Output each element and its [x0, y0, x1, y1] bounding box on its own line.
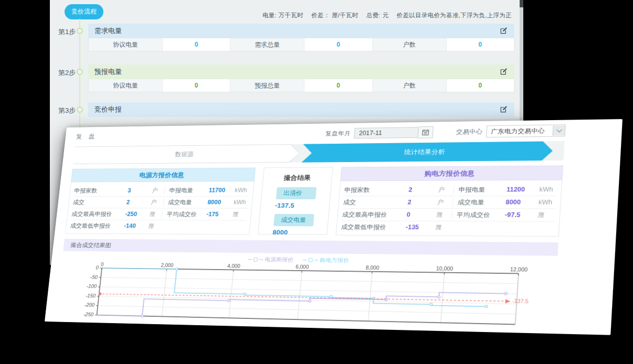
step-section-title: 竞价申报	[94, 105, 500, 114]
step-cell-label: 预报总量	[230, 79, 304, 92]
x-tick-label: 12,000	[510, 266, 528, 272]
x-tick-label: 0	[101, 262, 104, 267]
step-node-icon	[77, 69, 83, 75]
panel-row-label: 申报家数	[74, 187, 129, 195]
edit-icon[interactable]	[500, 105, 508, 114]
trade-center-select[interactable]: 广东电力交易中心	[486, 124, 566, 137]
panel-row-label: 成交电量	[452, 198, 506, 206]
match-chart: 电源商报价购电方报价 02,0004,0006,0008,00010,00012…	[55, 253, 557, 333]
panel-row-unit: 厘	[435, 223, 451, 231]
x-tick-label: 4,000	[227, 263, 240, 269]
grid-line-v	[298, 271, 302, 319]
panel-row-unit: 厘	[436, 210, 452, 219]
legend-line-icon	[248, 259, 252, 260]
y-tick-label: -150	[86, 293, 96, 299]
edit-icon[interactable]	[500, 27, 508, 35]
step-cell-label: 户数	[373, 79, 447, 92]
step-section-header: 需求电量	[88, 24, 514, 38]
units-note: 电量: 万千瓦时 价差： 厘/千瓦时 总费: 元 价差以目录电价为基准,下浮为负…	[262, 12, 512, 19]
panel-row-label: 成交	[343, 198, 408, 207]
x-axis-bottom	[97, 315, 515, 325]
step-section-title: 预报电量	[94, 67, 500, 77]
panel-row-unit: kWh	[234, 199, 248, 206]
panel-row-label: 成交电量	[163, 198, 208, 207]
replay-header: 复 盘 复盘年月 2017-11 交易中心 广东电力交易中心	[75, 123, 566, 144]
replay-title: 复 盘	[76, 133, 98, 141]
panel-row: 成交2户成交电量8000kWh	[343, 196, 556, 209]
panel-row-value: 11200	[507, 186, 540, 193]
x-tick-label: 6,000	[296, 264, 309, 270]
match-result-title: 撮合结果	[283, 174, 311, 183]
panel-row-value: 11700	[208, 187, 235, 194]
step-cell-label: 协议电量	[89, 38, 163, 51]
series-point-marker	[430, 303, 432, 306]
legend-item[interactable]: 购电方报价	[302, 256, 349, 264]
match-badge: 出清价	[276, 187, 316, 199]
grid-line-v	[441, 273, 445, 323]
grid-line-h	[99, 296, 516, 304]
replay-month-input[interactable]: 2017-11	[354, 127, 419, 138]
y-tick-label: -50	[90, 274, 98, 280]
step-cell-value: 0	[447, 38, 514, 51]
edit-icon[interactable]	[500, 68, 508, 76]
panel-row-value: -97.5	[504, 211, 538, 219]
match-chart-section-title: 撮合成交结果图	[63, 239, 558, 255]
panel-row-label: 申报电量	[453, 185, 507, 194]
panel-row-label: 申报家数	[344, 186, 409, 194]
panel-row-value: 8000	[207, 199, 234, 206]
panel-row-unit: 厘	[148, 222, 162, 230]
calendar-icon	[422, 130, 429, 135]
buyer-panel-table: 申报家数2户申报电量11200kWh成交2户成交电量8000kWh成交最高申报价…	[335, 180, 562, 237]
match-badge: 成交电量	[273, 214, 314, 227]
match-result-panel: 撮合结果 出清价-137.5成交电量8000	[258, 167, 333, 234]
scrollbar-thumb[interactable]	[520, 0, 523, 7]
panel-row-value: -135	[406, 224, 436, 231]
step-label: 第3步	[58, 106, 79, 115]
panel-row-value: 8000	[505, 199, 539, 206]
panel-row-value: -175	[206, 211, 233, 218]
crumb-statistics-result-label: 统计结果分析	[404, 148, 446, 157]
grid-line-h	[101, 277, 518, 284]
page: { "colors": { "accent_cyan": "#29b7e8", …	[0, 0, 633, 364]
step-cell-label: 户数	[373, 38, 447, 51]
panel-row-unit: 厘	[537, 211, 555, 220]
series-point-marker	[244, 293, 246, 295]
calendar-button[interactable]	[418, 126, 434, 138]
step-chart-plot: 02,0004,0006,0008,00010,00012,0000-50-10…	[56, 261, 557, 331]
legend-label: 购电方报价	[320, 256, 350, 264]
panel-row-label: 申报电量	[164, 186, 209, 195]
crumb-statistics-result[interactable]: 统计结果分析	[301, 141, 553, 162]
step-section: 竞价申报	[88, 102, 514, 117]
legend-line-icon	[303, 260, 307, 260]
supply-panel-table: 申报家数3户申报电量11700kWh成交2户成交电量8000kWh成交最高申报价…	[65, 181, 255, 235]
series-point-marker	[309, 300, 311, 302]
step-cell-label: 协议电量	[89, 79, 163, 92]
panel-row: 成交2户成交电量8000kWh	[72, 197, 249, 209]
legend-circle-icon	[253, 257, 258, 262]
legend-line-icon	[314, 260, 318, 260]
supply-panel-title: 电源方报价信息	[71, 167, 256, 182]
panel-row-label: 成交最低申报价	[341, 223, 406, 232]
trade-center-value: 广东电力交易中心	[487, 126, 553, 136]
step-cell-value: 0	[163, 79, 230, 92]
panel-row-label: 平均成交价	[451, 210, 505, 219]
panel-row-value: -140	[124, 222, 149, 229]
panel-row-unit: kWh	[539, 186, 557, 193]
clearing-price-arrow-icon	[505, 299, 510, 303]
bidding-flow-button[interactable]: 竞价流程	[65, 4, 103, 19]
panel-row: 成交最高申报价0厘平均成交价-97.5厘	[342, 209, 555, 222]
step-node-icon	[77, 28, 83, 34]
panel-row-unit: kWh	[539, 199, 556, 206]
clearing-price-label: -137.5	[512, 298, 529, 305]
crumb-data-source[interactable]: 数据源	[73, 144, 301, 164]
select-arrow-button[interactable]	[553, 125, 565, 136]
panel-row-unit: 户	[438, 186, 454, 194]
step-section: 预报电量协议电量0预报总量0户数0	[88, 65, 514, 92]
panel-row-label: 成交最低申报价	[70, 222, 124, 230]
legend-item[interactable]: 电源商报价	[248, 255, 293, 263]
step-cell-value: 0	[163, 38, 230, 51]
step-cell-value: 0	[304, 38, 372, 51]
replay-month-label: 复盘年月	[325, 129, 351, 137]
series-point-marker	[438, 296, 440, 298]
panel-row-value: 2	[126, 199, 151, 206]
